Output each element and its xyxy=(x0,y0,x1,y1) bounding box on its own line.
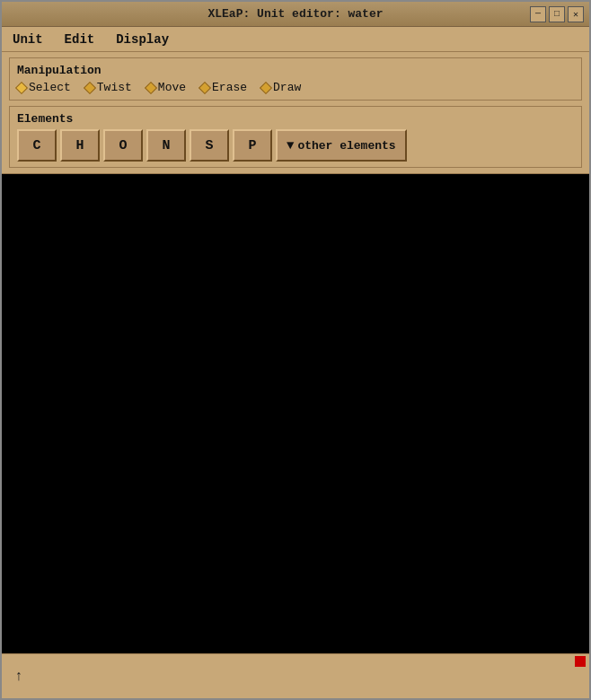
manipulation-section: Manipulation Select Twist Move Erase xyxy=(9,57,582,101)
erase-radio-icon xyxy=(198,81,211,93)
manipulation-tools-row: Select Twist Move Erase Draw xyxy=(17,81,574,94)
title-bar: XLEaP: Unit editor: water ─ □ ✕ xyxy=(2,2,589,27)
element-n-button[interactable]: N xyxy=(146,129,186,162)
tool-move[interactable]: Move xyxy=(146,81,186,94)
tool-erase[interactable]: Erase xyxy=(200,81,247,94)
draw-radio-icon xyxy=(260,81,272,93)
draw-label: Draw xyxy=(273,81,301,94)
element-c-button[interactable]: C xyxy=(17,129,57,162)
status-icon-area: ↑ xyxy=(5,656,32,696)
maximize-button[interactable]: □ xyxy=(549,6,565,22)
status-bar-inner: ↑ xyxy=(5,656,586,696)
menu-display[interactable]: Display xyxy=(109,30,176,49)
other-elements-arrow-icon: ▼ xyxy=(287,138,294,153)
elements-row: C H O N S P ▼ other elements xyxy=(17,129,574,162)
manipulation-label: Manipulation xyxy=(17,64,574,77)
elements-section: Elements C H O N S P ▼ other elements xyxy=(9,106,582,168)
tool-twist[interactable]: Twist xyxy=(85,81,132,94)
close-button[interactable]: ✕ xyxy=(568,6,584,22)
select-radio-icon xyxy=(15,81,28,93)
twist-label: Twist xyxy=(97,81,132,94)
element-o-button[interactable]: O xyxy=(103,129,143,162)
toolbar-area: Manipulation Select Twist Move Erase xyxy=(2,52,589,174)
move-radio-icon xyxy=(145,81,157,93)
element-s-button[interactable]: S xyxy=(190,129,229,162)
minimize-button[interactable]: ─ xyxy=(530,6,546,22)
menu-bar: Unit Edit Display xyxy=(2,27,589,52)
title-bar-buttons: ─ □ ✕ xyxy=(530,6,584,22)
status-arrow-icon: ↑ xyxy=(14,669,23,685)
element-h-button[interactable]: H xyxy=(60,129,100,162)
move-label: Move xyxy=(158,81,186,94)
other-elements-label: other elements xyxy=(297,139,395,153)
tool-draw[interactable]: Draw xyxy=(261,81,301,94)
select-label: Select xyxy=(29,81,71,94)
elements-label: Elements xyxy=(17,112,574,126)
canvas-area[interactable] xyxy=(2,174,589,653)
menu-unit[interactable]: Unit xyxy=(5,30,50,49)
other-elements-button[interactable]: ▼ other elements xyxy=(276,129,407,162)
window-title: XLEaP: Unit editor: water xyxy=(61,7,530,21)
red-indicator xyxy=(575,656,586,667)
erase-label: Erase xyxy=(212,81,247,94)
twist-radio-icon xyxy=(84,81,96,93)
status-text-area xyxy=(32,656,586,696)
tool-select[interactable]: Select xyxy=(17,81,71,94)
main-window: XLEaP: Unit editor: water ─ □ ✕ Unit Edi… xyxy=(0,0,591,700)
element-p-button[interactable]: P xyxy=(233,129,272,162)
status-bar: ↑ xyxy=(2,653,589,698)
menu-edit[interactable]: Edit xyxy=(57,30,102,49)
